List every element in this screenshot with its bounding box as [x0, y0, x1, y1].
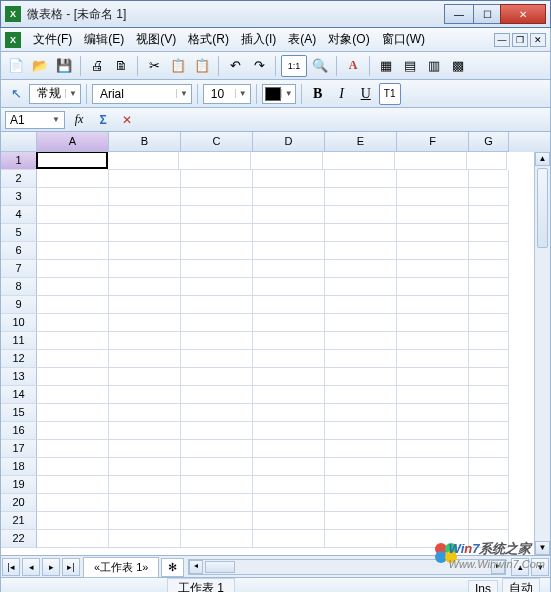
row-header-17[interactable]: 17	[1, 440, 37, 458]
cell-E22[interactable]	[325, 530, 397, 548]
row-header-4[interactable]: 4	[1, 206, 37, 224]
cell-E11[interactable]	[325, 332, 397, 350]
cell-B7[interactable]	[109, 260, 181, 278]
cell-F22[interactable]	[397, 530, 469, 548]
row-header-8[interactable]: 8	[1, 278, 37, 296]
cell-D16[interactable]	[253, 422, 325, 440]
cell-A20[interactable]	[37, 494, 109, 512]
cell-B18[interactable]	[109, 458, 181, 476]
cell-D9[interactable]	[253, 296, 325, 314]
cancel-formula-button[interactable]: ✕	[117, 110, 137, 130]
cell-A15[interactable]	[37, 404, 109, 422]
cell-E14[interactable]	[325, 386, 397, 404]
underline-button[interactable]: U	[355, 83, 377, 105]
cell-A12[interactable]	[37, 350, 109, 368]
cell-D8[interactable]	[253, 278, 325, 296]
row-header-3[interactable]: 3	[1, 188, 37, 206]
italic-button[interactable]: I	[331, 83, 353, 105]
cell-F2[interactable]	[397, 170, 469, 188]
select-all-corner[interactable]	[1, 132, 37, 152]
cell-F5[interactable]	[397, 224, 469, 242]
cell-F19[interactable]	[397, 476, 469, 494]
cell-B4[interactable]	[109, 206, 181, 224]
cell-D15[interactable]	[253, 404, 325, 422]
fill-color-dropdown[interactable]: ▼	[262, 84, 296, 104]
cell-B6[interactable]	[109, 242, 181, 260]
cell-G8[interactable]	[469, 278, 509, 296]
cell-D1[interactable]	[251, 152, 323, 170]
cell-A21[interactable]	[37, 512, 109, 530]
zoom-button[interactable]: 🔍	[309, 55, 331, 77]
cell-E19[interactable]	[325, 476, 397, 494]
cell-C21[interactable]	[181, 512, 253, 530]
row-header-21[interactable]: 21	[1, 512, 37, 530]
cell-F17[interactable]	[397, 440, 469, 458]
print-preview-button[interactable]: 🗎	[110, 55, 132, 77]
cell-D21[interactable]	[253, 512, 325, 530]
mdi-minimize-button[interactable]: —	[494, 33, 510, 47]
cut-button[interactable]: ✂	[143, 55, 165, 77]
cell-D4[interactable]	[253, 206, 325, 224]
cell-G15[interactable]	[469, 404, 509, 422]
cell-A3[interactable]	[37, 188, 109, 206]
cell-E3[interactable]	[325, 188, 397, 206]
cell-F11[interactable]	[397, 332, 469, 350]
cell-B22[interactable]	[109, 530, 181, 548]
cell-G3[interactable]	[469, 188, 509, 206]
cell-A18[interactable]	[37, 458, 109, 476]
cell-C16[interactable]	[181, 422, 253, 440]
cell-A16[interactable]	[37, 422, 109, 440]
cell-F14[interactable]	[397, 386, 469, 404]
row-header-19[interactable]: 19	[1, 476, 37, 494]
close-button[interactable]: ✕	[500, 4, 546, 24]
cell-A4[interactable]	[37, 206, 109, 224]
scroll-right-button[interactable]: ▸	[491, 560, 505, 574]
cell-G16[interactable]	[469, 422, 509, 440]
font-color-button[interactable]: A	[342, 55, 364, 77]
cell-D14[interactable]	[253, 386, 325, 404]
cell-B20[interactable]	[109, 494, 181, 512]
row-header-2[interactable]: 2	[1, 170, 37, 188]
cell-E1[interactable]	[323, 152, 395, 170]
cell-A2[interactable]	[37, 170, 109, 188]
cell-C10[interactable]	[181, 314, 253, 332]
paste-button[interactable]: 📋	[191, 55, 213, 77]
cell-F20[interactable]	[397, 494, 469, 512]
cell-C14[interactable]	[181, 386, 253, 404]
vertical-scrollbar[interactable]: ▲ ▼	[534, 152, 550, 555]
row-header-15[interactable]: 15	[1, 404, 37, 422]
row-header-5[interactable]: 5	[1, 224, 37, 242]
row-header-9[interactable]: 9	[1, 296, 37, 314]
text-effect-button[interactable]: T1	[379, 83, 401, 105]
cell-D20[interactable]	[253, 494, 325, 512]
add-sheet-button[interactable]: ✻	[161, 558, 184, 577]
cell-B11[interactable]	[109, 332, 181, 350]
column-header-F[interactable]: F	[397, 132, 469, 152]
cell-C9[interactable]	[181, 296, 253, 314]
cell-A19[interactable]	[37, 476, 109, 494]
cell-E7[interactable]	[325, 260, 397, 278]
cell-A13[interactable]	[37, 368, 109, 386]
cell-F7[interactable]	[397, 260, 469, 278]
cell-C1[interactable]	[179, 152, 251, 170]
row-header-10[interactable]: 10	[1, 314, 37, 332]
scroll-thumb[interactable]	[205, 561, 235, 573]
column-header-C[interactable]: C	[181, 132, 253, 152]
cursor-tool-button[interactable]: ↖	[5, 83, 27, 105]
scroll-up-button[interactable]: ▲	[535, 152, 550, 166]
cell-D13[interactable]	[253, 368, 325, 386]
row-header-13[interactable]: 13	[1, 368, 37, 386]
cell-D6[interactable]	[253, 242, 325, 260]
cell-B12[interactable]	[109, 350, 181, 368]
cell-G21[interactable]	[469, 512, 509, 530]
row-header-20[interactable]: 20	[1, 494, 37, 512]
copy-button[interactable]: 📋	[167, 55, 189, 77]
font-size-dropdown[interactable]: 10 ▼	[203, 84, 251, 104]
cell-B19[interactable]	[109, 476, 181, 494]
cell-F15[interactable]	[397, 404, 469, 422]
menu-object[interactable]: 对象(O)	[322, 29, 375, 50]
cell-E9[interactable]	[325, 296, 397, 314]
row-header-6[interactable]: 6	[1, 242, 37, 260]
cell-A11[interactable]	[37, 332, 109, 350]
sheet-nav-prev[interactable]: ◂	[22, 558, 40, 576]
